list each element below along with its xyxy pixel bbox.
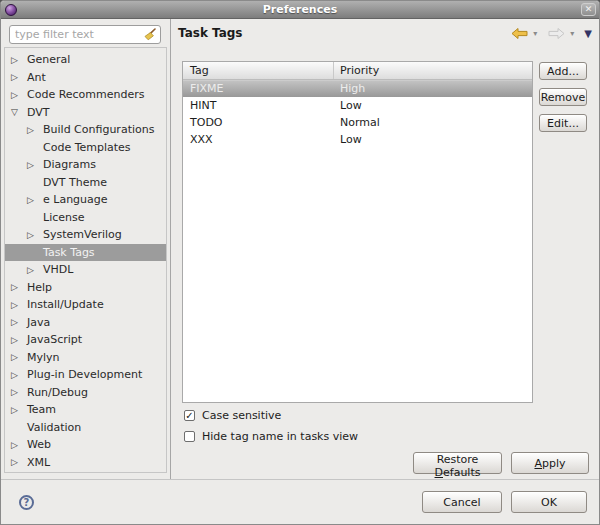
cell-tag: HINT [183, 97, 334, 114]
checkbox-hide-tag-name-in-tasks-view[interactable]: Hide tag name in tasks view [184, 430, 358, 443]
collapsed-twisty-icon[interactable]: ▷ [27, 230, 43, 240]
sidebar-item-task-tags[interactable]: Task Tags [5, 244, 166, 262]
preferences-tree: ▷General▷Ant▷Code Recommenders▽DVT▷Build… [4, 47, 167, 473]
sidebar-item-plug-in-development[interactable]: ▷Plug-in Development [5, 366, 166, 384]
sidebar-item-run-debug[interactable]: ▷Run/Debug [5, 384, 166, 402]
sidebar-item-diagrams[interactable]: ▷Diagrams [5, 156, 166, 174]
table-row-xxx[interactable]: XXXLow [183, 131, 532, 148]
collapsed-twisty-icon[interactable]: ▷ [11, 387, 27, 397]
collapsed-twisty-icon[interactable]: ▷ [27, 160, 43, 170]
help-icon[interactable]: ? [19, 495, 34, 510]
sidebar-item-label: Mylyn [27, 351, 60, 364]
sidebar-item-xml[interactable]: ▷XML [5, 454, 166, 472]
table-side-buttons: Add... Remove Edit... [539, 62, 587, 132]
sidebar-item-license[interactable]: License [5, 209, 166, 227]
collapsed-twisty-icon[interactable]: ▷ [27, 195, 43, 205]
forward-arrow-icon[interactable] [547, 27, 566, 40]
sidebar-item-team[interactable]: ▷Team [5, 401, 166, 419]
task-tags-table: Tag Priority FIXMEHighHINTLowTODONormalX… [182, 61, 533, 403]
add-button[interactable]: Add... [539, 62, 587, 80]
column-header-priority[interactable]: Priority [334, 62, 532, 79]
collapsed-twisty-icon[interactable]: ▷ [11, 282, 27, 292]
sidebar-item-help[interactable]: ▷Help [5, 279, 166, 297]
sidebar-item-java[interactable]: ▷Java [5, 314, 166, 332]
sidebar-item-label: Code Templates [43, 141, 131, 154]
cell-tag: XXX [183, 131, 334, 148]
sidebar-item-code-recommenders[interactable]: ▷Code Recommenders [5, 86, 166, 104]
clear-filter-broom-icon[interactable] [143, 28, 156, 41]
sidebar-item-dvt[interactable]: ▽DVT [5, 104, 166, 122]
sidebar-item-label: DVT Theme [43, 176, 107, 189]
sidebar-item-general[interactable]: ▷General [5, 51, 166, 69]
cell-priority: Low [334, 97, 532, 114]
unchecked-checkbox-icon[interactable] [184, 431, 195, 442]
sidebar-item-label: DVT [27, 106, 50, 119]
column-header-tag[interactable]: Tag [183, 62, 334, 79]
collapsed-twisty-icon[interactable]: ▷ [11, 90, 27, 100]
collapsed-twisty-icon[interactable]: ▷ [11, 352, 27, 362]
collapsed-twisty-icon[interactable]: ▷ [27, 125, 43, 135]
sidebar-item-systemverilog[interactable]: ▷SystemVerilog [5, 226, 166, 244]
sidebar-item-label: Diagrams [43, 158, 96, 171]
back-arrow-icon[interactable] [510, 27, 529, 40]
app-icon [5, 4, 17, 16]
filter-box[interactable] [9, 25, 161, 44]
collapsed-twisty-icon[interactable]: ▷ [11, 405, 27, 415]
collapsed-twisty-icon[interactable]: ▷ [11, 317, 27, 327]
table-header: Tag Priority [183, 62, 532, 80]
sidebar-item-label: Build Configurations [43, 123, 154, 136]
checkbox-case-sensitive[interactable]: ✓Case sensitive [184, 409, 358, 422]
sidebar-item-label: Help [27, 281, 52, 294]
titlebar[interactable]: Preferences ✕ [1, 1, 599, 19]
sidebar-item-label: Plug-in Development [27, 368, 142, 381]
cancel-button[interactable]: Cancel [422, 491, 502, 513]
sidebar-item-label: Code Recommenders [27, 88, 145, 101]
remove-button[interactable]: Remove [539, 88, 587, 106]
table-row-todo[interactable]: TODONormal [183, 114, 532, 131]
sidebar-item-label: License [43, 211, 84, 224]
sidebar-item-label: e Language [43, 193, 108, 206]
sidebar-item-build-configurations[interactable]: ▷Build Configurations [5, 121, 166, 139]
sidebar-item-code-templates[interactable]: Code Templates [5, 139, 166, 157]
sidebar-item-web[interactable]: ▷Web [5, 436, 166, 454]
sidebar-item-javascript[interactable]: ▷JavaScript [5, 331, 166, 349]
view-menu-icon[interactable]: ▼ [584, 28, 592, 39]
window-title: Preferences [1, 3, 599, 16]
nav-icons: ▾ ▾ ▼ [510, 27, 592, 40]
edit-button[interactable]: Edit... [539, 114, 587, 132]
sidebar-item-label: Task Tags [43, 246, 95, 259]
collapsed-twisty-icon[interactable]: ▷ [11, 72, 27, 82]
sidebar-item-dvt-theme[interactable]: DVT Theme [5, 174, 166, 192]
table-row-hint[interactable]: HINTLow [183, 97, 532, 114]
apply-button[interactable]: Apply [511, 452, 589, 474]
checkbox-label: Case sensitive [202, 409, 281, 422]
cell-priority: High [334, 81, 532, 97]
collapsed-twisty-icon[interactable]: ▷ [11, 440, 27, 450]
sidebar-item-label: Install/Update [27, 298, 104, 311]
collapsed-twisty-icon[interactable]: ▷ [11, 335, 27, 345]
checked-checkbox-icon[interactable]: ✓ [184, 410, 195, 421]
sidebar-item-vhdl[interactable]: ▷VHDL [5, 261, 166, 279]
expanded-twisty-icon[interactable]: ▽ [11, 107, 27, 117]
sidebar-item-install-update[interactable]: ▷Install/Update [5, 296, 166, 314]
sidebar-item-ant[interactable]: ▷Ant [5, 69, 166, 87]
table-row-fixme[interactable]: FIXMEHigh [183, 80, 532, 97]
back-history-chevron-icon[interactable]: ▾ [533, 29, 537, 38]
sidebar-item-mylyn[interactable]: ▷Mylyn [5, 349, 166, 367]
close-icon[interactable]: ✕ [581, 3, 596, 16]
collapsed-twisty-icon[interactable]: ▷ [11, 370, 27, 380]
filter-input[interactable] [15, 28, 143, 41]
collapsed-twisty-icon[interactable]: ▷ [27, 265, 43, 275]
sidebar-item-label: Run/Debug [27, 386, 88, 399]
sidebar-item-label: Team [27, 403, 56, 416]
ok-button[interactable]: OK [511, 491, 587, 513]
restore-defaults-button[interactable]: Restore Defaults [413, 452, 502, 474]
sidebar-item-validation[interactable]: Validation [5, 419, 166, 437]
sidebar-item-e-language[interactable]: ▷e Language [5, 191, 166, 209]
collapsed-twisty-icon[interactable]: ▷ [11, 55, 27, 65]
sidebar-item-label: Java [27, 316, 50, 329]
collapsed-twisty-icon[interactable]: ▷ [11, 300, 27, 310]
forward-history-chevron-icon[interactable]: ▾ [570, 29, 574, 38]
sidebar-item-label: General [27, 53, 70, 66]
collapsed-twisty-icon[interactable]: ▷ [11, 457, 27, 467]
